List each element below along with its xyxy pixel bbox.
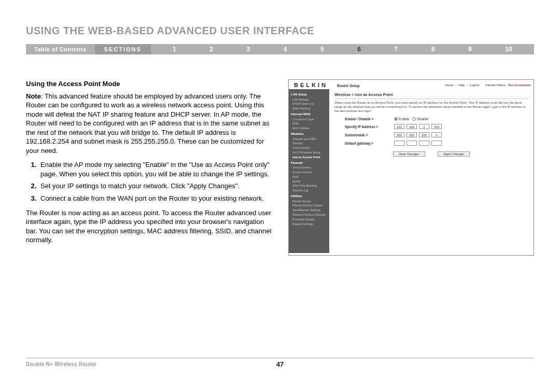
page-footer: Double N+ Wireless Router 47 bbox=[26, 358, 534, 367]
sidebar-item[interactable]: MAC Address bbox=[291, 126, 327, 131]
step-3: Connect a cable from the WAN port on the… bbox=[38, 194, 274, 203]
ip-label: Specify IP Address > bbox=[345, 125, 394, 129]
internet-status-label: Internet Status: bbox=[485, 83, 507, 87]
sidebar-header: Internet WAN bbox=[291, 112, 327, 117]
sidebar-header: Firewall bbox=[291, 161, 327, 166]
ip-octet-input[interactable]: 254 bbox=[431, 124, 442, 129]
sidebar-item[interactable]: Restore Factory Default bbox=[291, 203, 327, 208]
nav-section-9[interactable]: 9 bbox=[465, 46, 475, 53]
note-label: Note bbox=[26, 92, 41, 100]
nav-toc-link[interactable]: Table of Contents bbox=[26, 44, 95, 54]
router-setup-label: Router Setup bbox=[337, 84, 360, 88]
step-2: Set your IP settings to match your netwo… bbox=[38, 181, 274, 191]
ip-octet-input[interactable]: 255 bbox=[419, 132, 429, 137]
sidebar-item[interactable]: Firmware Update bbox=[291, 217, 327, 222]
ip-octet-input[interactable]: 255 bbox=[407, 132, 417, 137]
enable-label: Enable / Disable > bbox=[345, 117, 394, 121]
nav-section-7[interactable]: 7 bbox=[391, 46, 401, 53]
page-title: USING THE WEB-BASED ADVANCED USER INTERF… bbox=[26, 25, 534, 37]
router-main-panel: Wireless > Use as Access Point When usin… bbox=[329, 89, 534, 253]
router-ui-screenshot: BELKIN Router Setup Home| Help| Logout I… bbox=[288, 79, 534, 256]
apply-changes-button[interactable]: Apply Changes bbox=[438, 151, 470, 157]
link-help[interactable]: Help bbox=[458, 83, 465, 87]
footer-product: Double N+ Wireless Router bbox=[26, 361, 96, 367]
status-row: Home| Help| Logout Internet Status: Not … bbox=[445, 83, 530, 87]
sidebar-header: Utilities bbox=[291, 194, 327, 199]
ip-octet-input[interactable] bbox=[419, 141, 429, 146]
subnet-label: Subnetmask > bbox=[345, 133, 394, 137]
sidebar-item[interactable]: DNS bbox=[291, 121, 327, 126]
steps-list: Enable the AP mode my selecting "Enable"… bbox=[26, 160, 274, 203]
sidebar-item[interactable]: Wi-Fi Protected Setup bbox=[291, 150, 327, 155]
note-text: : This advanced feature should be employ… bbox=[26, 92, 269, 155]
nav-section-10[interactable]: 10 bbox=[502, 46, 515, 53]
nav-numbers: 12345678910 bbox=[151, 46, 534, 53]
sidebar-item[interactable]: Save/Backup Settings bbox=[291, 208, 327, 213]
sidebar-item[interactable]: System Settings bbox=[291, 222, 327, 227]
field-ip: Specify IP Address > 1921682254 bbox=[334, 124, 528, 129]
sidebar-item[interactable]: Access Control bbox=[291, 170, 327, 175]
sidebar-item[interactable]: DHCP Client List bbox=[291, 102, 327, 106]
sidebar-item[interactable]: Restore Previous Settings bbox=[291, 213, 327, 217]
footer-page-number: 47 bbox=[276, 360, 284, 368]
link-home[interactable]: Home bbox=[445, 83, 453, 87]
ip-octet-input[interactable] bbox=[407, 141, 417, 146]
note-paragraph: Note: This advanced feature should be em… bbox=[26, 92, 274, 156]
sidebar-item[interactable]: LAN Settings bbox=[291, 97, 327, 102]
nav-section-5[interactable]: 5 bbox=[317, 46, 327, 53]
sidebar-item[interactable]: Use as Access Point bbox=[291, 155, 327, 160]
ip-octet-input[interactable]: 168 bbox=[407, 124, 417, 129]
nav-section-3[interactable]: 3 bbox=[244, 46, 254, 53]
sidebar-item[interactable]: Static Routing bbox=[291, 106, 327, 111]
router-desc: When using the Router as an Access Point… bbox=[334, 101, 528, 113]
internet-status-value: Not Connected bbox=[508, 83, 530, 87]
sidebar-header: Wireless bbox=[291, 132, 327, 137]
gateway-label: Default gateway > bbox=[345, 142, 394, 145]
step-1: Enable the AP mode my selecting "Enable"… bbox=[38, 160, 274, 178]
ip-octet-input[interactable]: 2 bbox=[419, 124, 429, 129]
ip-octet-input[interactable]: 192 bbox=[394, 124, 404, 129]
ip-octet-input[interactable]: 0 bbox=[431, 132, 442, 137]
radio-disable[interactable]: Disable bbox=[412, 117, 428, 121]
sidebar-header: LAN Setup bbox=[291, 92, 327, 97]
field-subnet: Subnetmask > 2552552550 bbox=[334, 132, 528, 137]
sidebar-item[interactable]: Security bbox=[291, 141, 327, 146]
sidebar-item[interactable]: DMZ bbox=[291, 175, 327, 179]
sidebar-item[interactable]: DDNS bbox=[291, 179, 327, 184]
nav-section-2[interactable]: 2 bbox=[206, 46, 216, 53]
link-logout[interactable]: Logout bbox=[470, 83, 479, 87]
sidebar-item[interactable]: Security Log bbox=[291, 188, 327, 193]
field-enable: Enable / Disable > Enable Disable bbox=[334, 117, 528, 121]
sidebar-item[interactable]: Channel and SSID bbox=[291, 137, 327, 142]
ip-octet-input[interactable] bbox=[394, 141, 404, 146]
sidebar-item[interactable]: Connection Type bbox=[291, 117, 327, 122]
clear-changes-button[interactable]: Clear Changes bbox=[393, 151, 425, 157]
ip-octet-input[interactable] bbox=[431, 141, 442, 146]
section-nav: Table of Contents SECTIONS 12345678910 bbox=[26, 44, 534, 54]
sidebar-item[interactable]: Guest Access bbox=[291, 146, 327, 150]
sidebar-item[interactable]: WAN Ping Blocking bbox=[291, 184, 327, 188]
sidebar-item[interactable]: Virtual Servers bbox=[291, 165, 327, 170]
brand-logo: BELKIN bbox=[294, 82, 328, 88]
radio-enable[interactable]: Enable bbox=[394, 117, 409, 121]
nav-section-6[interactable]: 6 bbox=[354, 46, 364, 53]
router-breadcrumb: Wireless > Use as Access Point bbox=[334, 92, 528, 99]
nav-section-8[interactable]: 8 bbox=[428, 46, 438, 53]
nav-sections-label: SECTIONS bbox=[95, 44, 151, 54]
sidebar-item[interactable]: Restart Router bbox=[291, 199, 327, 204]
body-text-column: Using the Access Point Mode Note: This a… bbox=[26, 79, 274, 256]
nav-section-4[interactable]: 4 bbox=[281, 46, 290, 53]
nav-section-1[interactable]: 1 bbox=[170, 46, 179, 53]
followup-paragraph: The Router is now acting as an access po… bbox=[26, 208, 274, 245]
subheading: Using the Access Point Mode bbox=[26, 79, 274, 89]
field-gateway: Default gateway > bbox=[334, 141, 528, 146]
ip-octet-input[interactable]: 255 bbox=[394, 132, 404, 137]
router-sidebar: LAN SetupLAN SettingsDHCP Client ListSta… bbox=[289, 89, 329, 253]
